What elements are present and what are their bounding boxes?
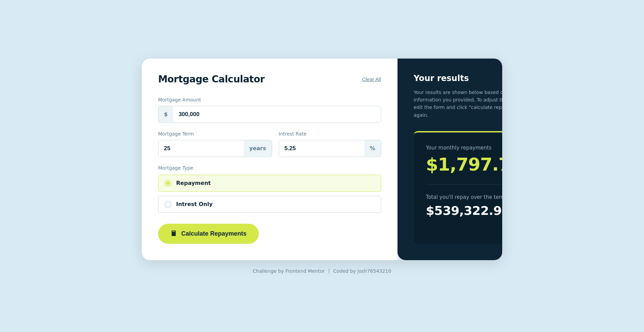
interest-rate-input[interactable] (279, 140, 365, 157)
calculator-icon: 🖩 (170, 230, 177, 238)
mortgage-term-label: Mortgage Term (158, 131, 272, 137)
total-result-section: Total you'll repay over the term $539,32… (426, 194, 502, 218)
results-description: Your results are shown below based on th… (414, 89, 502, 119)
results-box: Your monthly repayments $1,797.74 Total … (414, 131, 502, 243)
clear-all-button[interactable]: Clear All (362, 75, 381, 83)
results-title: Your results (414, 74, 502, 83)
mortgage-amount-input-wrapper: $ (158, 106, 381, 123)
mortgage-type-group: Mortgage Type Repayment Intrest Only (158, 165, 381, 213)
calculate-button[interactable]: 🖩 Calculate Repayments (158, 224, 259, 244)
mortgage-amount-group: Mortgage Amount $ (158, 97, 381, 123)
total-result-label: Total you'll repay over the term (426, 194, 502, 200)
mortgage-term-group: Mortgage Term years (158, 131, 272, 157)
left-header: Mortgage Calculator Clear All (158, 74, 381, 85)
mortgage-amount-label: Mortgage Amount (158, 97, 381, 102)
results-divider (426, 184, 502, 185)
repayment-option-label: Repayment (176, 180, 211, 186)
repayment-radio-circle (165, 180, 171, 187)
interest-only-radio-circle (165, 201, 171, 208)
mortgage-amount-prefix: $ (158, 106, 173, 122)
footer: Challenge by Frontend Mentor Coded by jo… (253, 268, 391, 274)
footer-right-text: Coded by josh76543210 (333, 268, 391, 274)
repayment-option[interactable]: Repayment (158, 175, 381, 192)
calculate-button-label: Calculate Repayments (181, 230, 247, 237)
footer-left-text: Challenge by Frontend Mentor (253, 268, 325, 274)
interest-rate-group: Intrest Rate % (279, 131, 381, 157)
interest-only-option-label: Intrest Only (176, 201, 213, 207)
calculator-card: Mortgage Calculator Clear All Mortgage A… (142, 59, 502, 260)
mortgage-term-input-wrapper: years (158, 140, 272, 157)
interest-rate-label: Intrest Rate (279, 131, 381, 137)
mortgage-type-label: Mortgage Type (158, 165, 381, 171)
mortgage-term-input[interactable] (158, 140, 244, 157)
mortgage-term-suffix: years (244, 140, 272, 156)
monthly-result-label: Your monthly repayments (426, 145, 502, 151)
interest-rate-suffix: % (365, 140, 381, 156)
term-rate-row: Mortgage Term years Intrest Rate % (158, 131, 381, 157)
monthly-result-section: Your monthly repayments $1,797.74 (426, 145, 502, 175)
interest-only-option[interactable]: Intrest Only (158, 196, 381, 213)
interest-rate-input-wrapper: % (279, 140, 381, 157)
right-panel: Your results Your results are shown belo… (397, 59, 502, 260)
total-amount: $539,322.94 (426, 204, 502, 218)
monthly-amount: $1,797.74 (426, 154, 502, 175)
mortgage-amount-input[interactable] (173, 106, 380, 123)
left-panel: Mortgage Calculator Clear All Mortgage A… (142, 59, 397, 260)
page-wrapper: Mortgage Calculator Clear All Mortgage A… (0, 0, 644, 332)
footer-divider (329, 268, 329, 274)
app-title: Mortgage Calculator (158, 74, 265, 85)
